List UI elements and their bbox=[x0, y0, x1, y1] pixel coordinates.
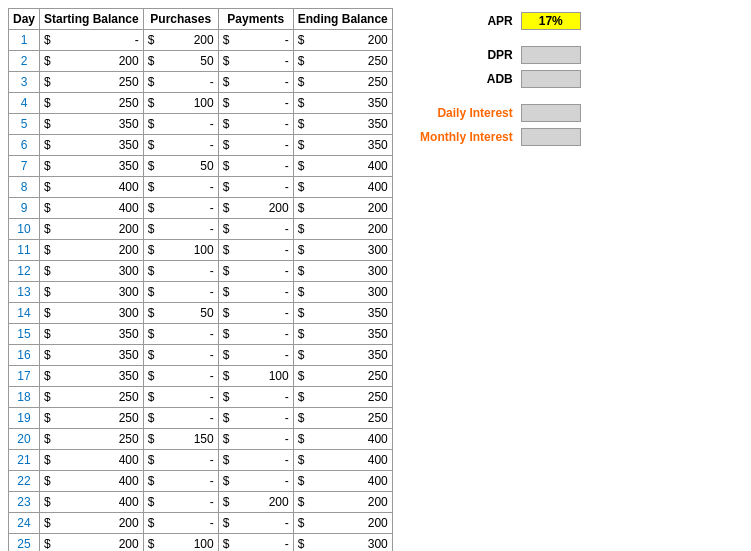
day-cell: 18 bbox=[9, 387, 40, 408]
day-cell: 24 bbox=[9, 513, 40, 534]
table-row: 10$200$-$-$200 bbox=[9, 219, 393, 240]
payments-cell: $- bbox=[218, 303, 293, 324]
monthly-interest-input[interactable] bbox=[521, 128, 581, 146]
starting-balance-cell: $200 bbox=[40, 534, 144, 552]
purchases-cell: $50 bbox=[143, 156, 218, 177]
purchases-cell: $- bbox=[143, 450, 218, 471]
starting-balance-cell: $350 bbox=[40, 135, 144, 156]
header-starting-balance: Starting Balance bbox=[40, 9, 144, 30]
table-row: 22$400$-$-$400 bbox=[9, 471, 393, 492]
ending-balance-cell: $400 bbox=[293, 156, 392, 177]
day-cell: 13 bbox=[9, 282, 40, 303]
day-cell: 7 bbox=[9, 156, 40, 177]
payments-cell: $- bbox=[218, 240, 293, 261]
purchases-cell: $- bbox=[143, 324, 218, 345]
ending-balance-cell: $300 bbox=[293, 261, 392, 282]
dpr-label: DPR bbox=[413, 48, 513, 62]
dpr-input[interactable] bbox=[521, 46, 581, 64]
purchases-cell: $50 bbox=[143, 303, 218, 324]
starting-balance-cell: $300 bbox=[40, 261, 144, 282]
payments-cell: $- bbox=[218, 513, 293, 534]
payments-cell: $- bbox=[218, 51, 293, 72]
payments-cell: $200 bbox=[218, 492, 293, 513]
table-row: 16$350$-$-$350 bbox=[9, 345, 393, 366]
adb-input[interactable] bbox=[521, 70, 581, 88]
ending-balance-cell: $400 bbox=[293, 471, 392, 492]
ending-balance-cell: $200 bbox=[293, 30, 392, 51]
starting-balance-cell: $250 bbox=[40, 93, 144, 114]
daily-interest-input[interactable] bbox=[521, 104, 581, 122]
ending-balance-cell: $350 bbox=[293, 324, 392, 345]
table-row: 21$400$-$-$400 bbox=[9, 450, 393, 471]
starting-balance-cell: $350 bbox=[40, 366, 144, 387]
payments-cell: $- bbox=[218, 93, 293, 114]
daily-interest-label: Daily Interest bbox=[413, 106, 513, 120]
header-day: Day bbox=[9, 9, 40, 30]
table-row: 9$400$-$200$200 bbox=[9, 198, 393, 219]
sidebar: APR DPR ADB Daily Interest Monthly Inter… bbox=[413, 8, 581, 551]
starting-balance-cell: $400 bbox=[40, 450, 144, 471]
day-cell: 3 bbox=[9, 72, 40, 93]
purchases-cell: $200 bbox=[143, 30, 218, 51]
day-cell: 8 bbox=[9, 177, 40, 198]
purchases-cell: $- bbox=[143, 471, 218, 492]
day-cell: 20 bbox=[9, 429, 40, 450]
payments-cell: $- bbox=[218, 450, 293, 471]
ending-balance-cell: $250 bbox=[293, 408, 392, 429]
purchases-cell: $100 bbox=[143, 534, 218, 552]
table-row: 13$300$-$-$300 bbox=[9, 282, 393, 303]
starting-balance-cell: $200 bbox=[40, 219, 144, 240]
starting-balance-cell: $300 bbox=[40, 282, 144, 303]
day-cell: 1 bbox=[9, 30, 40, 51]
payments-cell: $- bbox=[218, 114, 293, 135]
purchases-cell: $- bbox=[143, 177, 218, 198]
day-cell: 17 bbox=[9, 366, 40, 387]
payments-cell: $200 bbox=[218, 198, 293, 219]
table-row: 20$250$150$-$400 bbox=[9, 429, 393, 450]
daily-interest-row: Daily Interest bbox=[413, 104, 581, 122]
starting-balance-cell: $250 bbox=[40, 72, 144, 93]
table-row: 4$250$100$-$350 bbox=[9, 93, 393, 114]
day-cell: 22 bbox=[9, 471, 40, 492]
table-row: 19$250$-$-$250 bbox=[9, 408, 393, 429]
header-purchases: Purchases bbox=[143, 9, 218, 30]
header-payments: Payments bbox=[218, 9, 293, 30]
starting-balance-cell: $400 bbox=[40, 471, 144, 492]
table-row: 1$-$200$-$200 bbox=[9, 30, 393, 51]
header-ending-balance: Ending Balance bbox=[293, 9, 392, 30]
ending-balance-cell: $200 bbox=[293, 492, 392, 513]
apr-input[interactable] bbox=[521, 12, 581, 30]
ending-balance-cell: $250 bbox=[293, 51, 392, 72]
ending-balance-cell: $350 bbox=[293, 345, 392, 366]
payments-cell: $- bbox=[218, 30, 293, 51]
table-row: 24$200$-$-$200 bbox=[9, 513, 393, 534]
table-row: 25$200$100$-$300 bbox=[9, 534, 393, 552]
day-cell: 19 bbox=[9, 408, 40, 429]
payments-cell: $- bbox=[218, 345, 293, 366]
starting-balance-cell: $200 bbox=[40, 51, 144, 72]
purchases-cell: $- bbox=[143, 408, 218, 429]
starting-balance-cell: $250 bbox=[40, 429, 144, 450]
payments-cell: $- bbox=[218, 135, 293, 156]
ending-balance-cell: $350 bbox=[293, 303, 392, 324]
starting-balance-cell: $250 bbox=[40, 387, 144, 408]
ending-balance-cell: $350 bbox=[293, 114, 392, 135]
ending-balance-cell: $300 bbox=[293, 240, 392, 261]
table-row: 8$400$-$-$400 bbox=[9, 177, 393, 198]
payments-cell: $- bbox=[218, 261, 293, 282]
dpr-row: DPR bbox=[413, 46, 581, 64]
day-cell: 11 bbox=[9, 240, 40, 261]
day-cell: 12 bbox=[9, 261, 40, 282]
ending-balance-cell: $250 bbox=[293, 387, 392, 408]
purchases-cell: $50 bbox=[143, 51, 218, 72]
payments-cell: $- bbox=[218, 282, 293, 303]
day-cell: 4 bbox=[9, 93, 40, 114]
purchases-cell: $- bbox=[143, 282, 218, 303]
ending-balance-cell: $200 bbox=[293, 198, 392, 219]
purchases-cell: $- bbox=[143, 219, 218, 240]
day-cell: 23 bbox=[9, 492, 40, 513]
purchases-cell: $150 bbox=[143, 429, 218, 450]
ending-balance-cell: $400 bbox=[293, 429, 392, 450]
table-row: 15$350$-$-$350 bbox=[9, 324, 393, 345]
ending-balance-cell: $350 bbox=[293, 135, 392, 156]
